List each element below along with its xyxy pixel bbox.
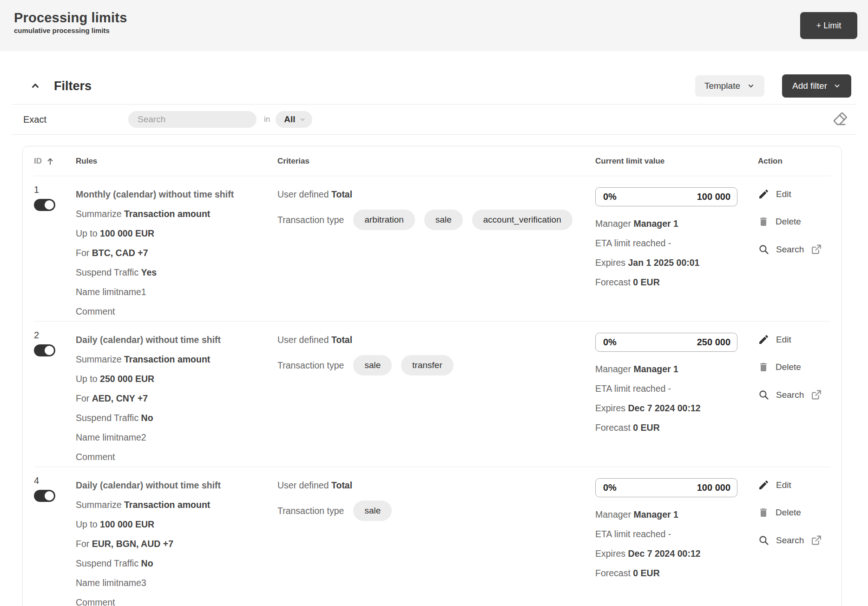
- chevron-down-icon: [833, 83, 841, 89]
- template-dropdown-button[interactable]: Template: [695, 75, 764, 97]
- add-filter-label: Add filter: [792, 81, 827, 91]
- id-cell: 4: [34, 475, 76, 606]
- transaction-type-tag: sale: [353, 501, 392, 521]
- id-cell: 2: [34, 330, 76, 467]
- trash-icon: [758, 216, 769, 227]
- table-header-row: ID Rules Criterias Current limit value A…: [23, 146, 842, 176]
- limit-progress-box: 0% 100 000: [595, 187, 737, 206]
- filters-header: Filters Template Add filter: [0, 72, 868, 100]
- row-id: 2: [34, 330, 39, 340]
- limit-forecast: Forecast 0 EUR: [595, 272, 758, 292]
- row-id: 4: [34, 475, 39, 486]
- edit-button[interactable]: Edit: [758, 188, 791, 200]
- clear-filters-button[interactable]: [831, 110, 848, 129]
- delete-button[interactable]: Delete: [758, 362, 801, 373]
- limit-percent: 0%: [603, 337, 617, 348]
- limit-enabled-toggle[interactable]: [34, 490, 55, 502]
- limit-expires: Expires Dec 7 2024 00:12: [595, 398, 758, 418]
- rule-name: Name limitname3: [76, 573, 277, 593]
- filter-field-label: Exact: [23, 114, 128, 125]
- rules-cell: Daily (calendar) without time shift Summ…: [76, 475, 277, 606]
- table-row: 2 Daily (calendar) without time shift Su…: [23, 322, 842, 467]
- sort-ascending-icon: [46, 157, 55, 166]
- limit-percent: 0%: [603, 482, 617, 493]
- pencil-icon: [758, 479, 769, 491]
- delete-button[interactable]: Delete: [758, 216, 801, 227]
- page-subtitle: cumulative processing limits: [14, 26, 857, 34]
- table-row: 4 Daily (calendar) without time shift Su…: [23, 467, 842, 606]
- user-defined-line: User defined Total: [277, 184, 595, 204]
- column-header-id[interactable]: ID: [34, 157, 76, 166]
- limit-eta: ETA limit reached -: [595, 233, 758, 253]
- limit-enabled-toggle[interactable]: [34, 344, 55, 356]
- toggle-knob: [45, 491, 54, 501]
- rule-comment: Comment: [76, 593, 277, 606]
- criterias-cell: User defined Total Transaction type arbi…: [277, 184, 595, 321]
- pencil-icon: [758, 188, 769, 200]
- transaction-type-tag: account_verification: [472, 210, 572, 230]
- magnifier-icon: [758, 244, 769, 255]
- search-button[interactable]: Search: [758, 389, 822, 401]
- rule-name: Name limitname2: [76, 428, 277, 447]
- pencil-icon: [758, 334, 769, 345]
- search-button[interactable]: Search: [758, 534, 822, 546]
- delete-button[interactable]: Delete: [758, 507, 801, 518]
- filters-collapse-button[interactable]: [29, 80, 42, 92]
- limit-manager: Manager Manager 1: [595, 214, 758, 233]
- rule-name: Name limitname1: [76, 282, 277, 302]
- rule-period: Daily (calendar) without time shift: [76, 330, 277, 349]
- limit-manager: Manager Manager 1: [595, 505, 758, 524]
- in-label: in: [264, 115, 270, 124]
- column-header-rules: Rules: [76, 157, 277, 166]
- limit-progress-box: 0% 250 000: [595, 333, 737, 352]
- eraser-icon: [831, 110, 848, 127]
- trash-icon: [758, 362, 769, 373]
- limit-progress-box: 0% 100 000: [595, 478, 737, 497]
- chevron-down-icon: [747, 83, 755, 89]
- scope-selected-value: All: [284, 114, 295, 125]
- rule-summarize: Summarize Transaction amount: [76, 349, 277, 369]
- divider: [11, 134, 857, 135]
- transaction-type-line: Transaction type sale: [277, 501, 595, 521]
- limits-table: ID Rules Criterias Current limit value A…: [22, 146, 842, 606]
- rules-cell: Daily (calendar) without time shift Summ…: [76, 330, 277, 467]
- toggle-knob: [45, 200, 54, 210]
- transaction-type-line: Transaction type arbitration sale accoun…: [277, 210, 595, 230]
- toggle-knob: [45, 346, 54, 355]
- transaction-type-tag: arbitration: [353, 210, 415, 230]
- edit-button[interactable]: Edit: [758, 334, 791, 345]
- rule-comment: Comment: [76, 447, 277, 467]
- limit-expires: Expires Dec 7 2024 00:12: [595, 544, 758, 563]
- column-header-limit: Current limit value: [595, 157, 758, 166]
- rule-for: For EUR, BGN, AUD +7: [76, 534, 277, 553]
- magnifier-icon: [758, 389, 769, 401]
- limit-cell: 0% 100 000 Manager Manager 1 ETA limit r…: [595, 184, 758, 321]
- id-cell: 1: [34, 184, 76, 321]
- add-filter-dropdown-button[interactable]: Add filter: [782, 74, 851, 98]
- search-input[interactable]: [128, 111, 256, 128]
- limit-amount: 100 000: [697, 191, 730, 202]
- limit-forecast: Forecast 0 EUR: [595, 563, 758, 583]
- magnifier-icon: [758, 534, 769, 546]
- edit-button[interactable]: Edit: [758, 479, 791, 491]
- trash-icon: [758, 507, 769, 518]
- criterias-cell: User defined Total Transaction type sale…: [277, 330, 595, 467]
- limit-cell: 0% 100 000 Manager Manager 1 ETA limit r…: [595, 475, 758, 606]
- search-button[interactable]: Search: [758, 244, 822, 255]
- limit-amount: 250 000: [697, 337, 730, 348]
- filter-row: Exact in All: [0, 105, 868, 134]
- row-id: 1: [34, 184, 39, 195]
- rule-suspend: Suspend Traffic Yes: [76, 263, 277, 282]
- limit-expires: Expires Jan 1 2025 00:01: [595, 253, 758, 272]
- rule-summarize: Summarize Transaction amount: [76, 204, 277, 224]
- scope-select[interactable]: All: [276, 111, 312, 128]
- column-header-action: Action: [758, 157, 842, 166]
- limit-enabled-toggle[interactable]: [34, 199, 55, 211]
- rule-up-to: Up to 100 000 EUR: [76, 224, 277, 243]
- action-cell: Edit Delete Search: [758, 184, 842, 321]
- add-limit-button[interactable]: + Limit: [800, 12, 857, 39]
- transaction-type-tag: transfer: [401, 355, 453, 375]
- rules-cell: Monthly (calendar) without time shift Su…: [76, 184, 277, 321]
- rule-comment: Comment: [76, 302, 277, 321]
- limit-cell: 0% 250 000 Manager Manager 1 ETA limit r…: [595, 330, 758, 467]
